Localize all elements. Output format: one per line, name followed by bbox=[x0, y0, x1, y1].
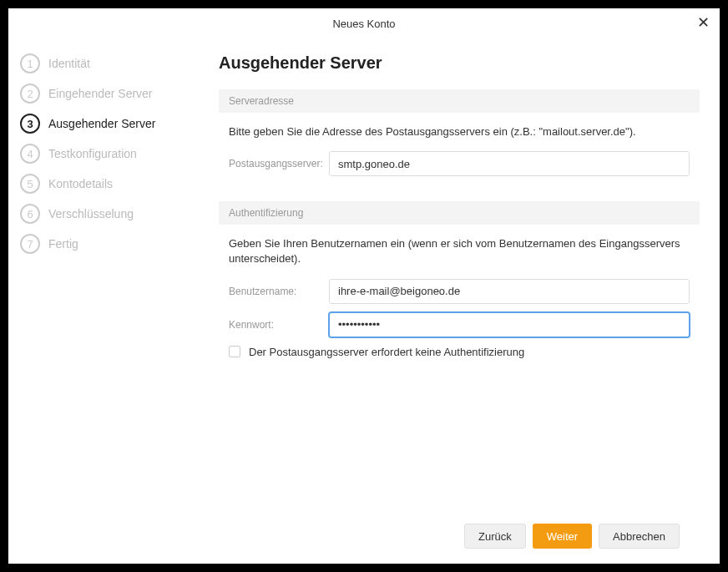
field-row-username: Benutzername: bbox=[229, 279, 690, 304]
step-label: Testkonfiguration bbox=[48, 147, 137, 160]
step-number-icon: 1 bbox=[20, 53, 40, 73]
step-number-icon: 4 bbox=[20, 144, 40, 164]
titlebar-title: Neues Konto bbox=[332, 18, 395, 30]
password-input[interactable] bbox=[329, 312, 690, 337]
step-number-icon: 5 bbox=[20, 174, 40, 194]
section-body-auth: Geben Sie Ihren Benutzernamen ein (wenn … bbox=[219, 225, 700, 374]
dialog-footer: Zurück Weiter Abbrechen bbox=[219, 512, 700, 564]
next-button[interactable]: Weiter bbox=[533, 524, 592, 549]
checkbox-label: Der Postausgangsserver erfordert keine A… bbox=[249, 346, 524, 358]
close-icon[interactable]: ✕ bbox=[697, 15, 710, 30]
step-account-details[interactable]: 5 Kontodetails bbox=[20, 174, 199, 194]
outgoing-server-input[interactable] bbox=[329, 151, 690, 176]
helper-text: Geben Sie Ihren Benutzernamen ein (wenn … bbox=[229, 236, 690, 266]
dialog-window: Neues Konto ✕ 1 Identität 2 Eingehender … bbox=[8, 8, 720, 564]
helper-text: Bitte geben Sie die Adresse des Postausg… bbox=[229, 124, 690, 139]
step-test-config[interactable]: 4 Testkonfiguration bbox=[20, 144, 199, 164]
step-label: Verschlüsselung bbox=[48, 207, 134, 220]
field-label: Kennwort: bbox=[229, 319, 329, 331]
step-number-icon: 6 bbox=[20, 204, 40, 224]
step-number-icon: 3 bbox=[20, 114, 40, 134]
step-label: Fertig bbox=[48, 237, 78, 251]
content-area: 1 Identität 2 Eingehender Server 3 Ausge… bbox=[8, 38, 720, 564]
field-label: Benutzername: bbox=[229, 286, 329, 297]
section-body-server-address: Bitte geben Sie die Adresse des Postausg… bbox=[219, 113, 700, 201]
username-input[interactable] bbox=[329, 279, 690, 304]
back-button[interactable]: Zurück bbox=[464, 524, 526, 549]
section-header-auth: Authentifizierung bbox=[219, 201, 700, 225]
step-incoming-server[interactable]: 2 Eingehender Server bbox=[20, 84, 199, 104]
no-auth-checkbox[interactable] bbox=[229, 346, 240, 357]
step-done[interactable]: 7 Fertig bbox=[20, 234, 199, 254]
field-label: Postausgangsserver: bbox=[229, 158, 329, 170]
step-label: Identität bbox=[48, 57, 90, 70]
step-encryption[interactable]: 6 Verschlüsselung bbox=[20, 204, 199, 224]
wizard-steps-sidebar: 1 Identität 2 Eingehender Server 3 Ausge… bbox=[8, 38, 209, 564]
checkbox-row-no-auth: Der Postausgangsserver erfordert keine A… bbox=[229, 346, 690, 358]
step-label: Ausgehender Server bbox=[48, 117, 155, 130]
field-row-password: Kennwort: bbox=[229, 312, 690, 337]
section-header-server-address: Serveradresse bbox=[219, 89, 700, 113]
main-panel: Ausgehender Server Serveradresse Bitte g… bbox=[209, 38, 720, 564]
step-label: Eingehender Server bbox=[48, 87, 153, 100]
cancel-button[interactable]: Abbrechen bbox=[599, 524, 680, 549]
titlebar: Neues Konto ✕ bbox=[8, 8, 720, 38]
spacer bbox=[219, 375, 700, 512]
page-title: Ausgehender Server bbox=[219, 53, 700, 73]
step-outgoing-server[interactable]: 3 Ausgehender Server bbox=[20, 114, 199, 134]
step-number-icon: 2 bbox=[20, 84, 40, 104]
step-identity[interactable]: 1 Identität bbox=[20, 53, 199, 73]
field-row-outgoing-server: Postausgangsserver: bbox=[229, 151, 690, 176]
step-number-icon: 7 bbox=[20, 234, 40, 254]
step-label: Kontodetails bbox=[48, 177, 113, 190]
